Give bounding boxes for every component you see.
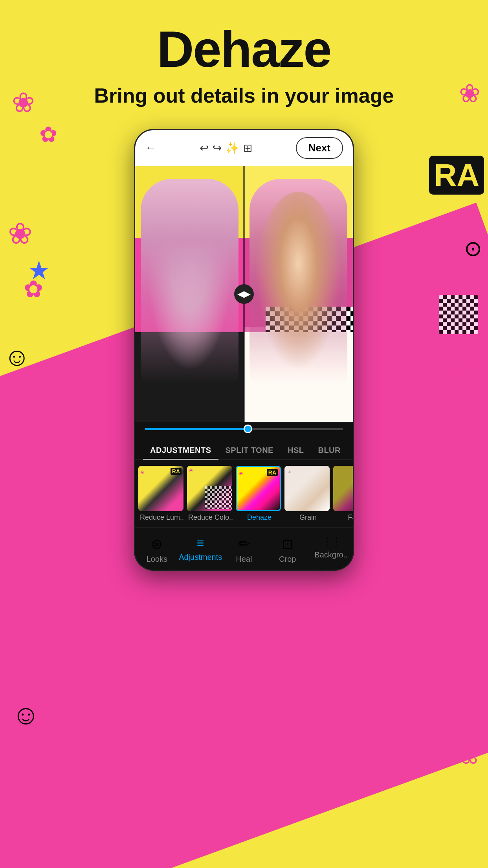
toolbar-left: ← xyxy=(145,142,156,154)
filter-dehaze[interactable]: RA ❀ Dehaze xyxy=(236,466,283,522)
undo-icon[interactable]: ↩ xyxy=(200,142,209,154)
back-icon[interactable]: ← xyxy=(145,142,156,154)
tab-vig[interactable]: VIG xyxy=(348,442,354,460)
tab-blur[interactable]: BLUR xyxy=(311,442,348,460)
nav-looks-label: Looks xyxy=(147,555,167,564)
nav-adjustments-label: Adjustments xyxy=(179,553,222,562)
nav-background[interactable]: ⋮⋮ Backgro.. xyxy=(309,532,353,570)
hair-left xyxy=(141,179,238,383)
nav-looks[interactable]: ⊛ Looks xyxy=(135,532,179,570)
filter-thumb-img-3: RA ❀ xyxy=(236,466,281,511)
crop-icon: ⊡ xyxy=(282,536,294,552)
filter-thumb-img-4: ❀ xyxy=(284,466,330,511)
editor-toolbar: ← ↩ ↪ ✨ ⊞ Next xyxy=(135,130,353,166)
next-button[interactable]: Next xyxy=(296,137,343,159)
filter-face[interactable]: RA Fac... xyxy=(333,466,353,522)
filter-label-3: Dehaze xyxy=(236,513,283,522)
background-icon: ⋮⋮ xyxy=(322,536,340,548)
filter-reduce-colo[interactable]: ❀ Reduce Colo.. xyxy=(187,466,234,522)
slider-thumb[interactable] xyxy=(244,425,252,433)
split-handle[interactable]: ◀▶ xyxy=(234,284,254,304)
filter-label-1: Reduce Lum.. xyxy=(138,513,185,522)
adjustments-icon: ≡ xyxy=(197,536,204,550)
slider-fill xyxy=(145,428,248,430)
nav-heal-label: Heal xyxy=(236,555,252,564)
nav-adjustments[interactable]: ≡ Adjustments xyxy=(179,532,222,570)
flower-deco-8: ❀ xyxy=(459,740,480,770)
right-image-art: ❀ xyxy=(244,166,353,422)
filter-thumbnails-row: RA ❀ Reduce Lum.. ❀ Reduce Colo.. xyxy=(135,460,353,528)
filter-thumb-img-5: RA xyxy=(333,466,353,511)
header-section: Dehaze Bring out details in your image xyxy=(0,0,488,109)
toolbar-center: ↩ ↪ ✨ ⊞ xyxy=(200,142,252,154)
phone-mockup: ← ↩ ↪ ✨ ⊞ Next xyxy=(134,129,354,571)
looks-icon: ⊛ xyxy=(151,536,163,552)
image-right-content: ❀ xyxy=(244,166,353,422)
face-silhouette-right xyxy=(255,192,342,371)
nav-crop-label: Crop xyxy=(279,555,296,564)
filter-label-2: Reduce Colo.. xyxy=(187,513,234,522)
image-left-content: ❀ xyxy=(135,166,244,422)
page-title: Dehaze xyxy=(0,24,488,75)
image-left-half: ❀ xyxy=(135,166,244,422)
nav-background-label: Backgro.. xyxy=(314,550,347,559)
filter-tabs: ADJUSTMENTS SPLIT TONE HSL BLUR VIG xyxy=(135,436,353,460)
tab-split-tone[interactable]: SPLIT TONE xyxy=(218,442,281,460)
filter-reduce-lum[interactable]: RA ❀ Reduce Lum.. xyxy=(138,466,185,522)
heal-icon: ✏ xyxy=(238,536,250,552)
image-right-half: ❀ xyxy=(244,166,353,422)
magic-icon[interactable]: ✨ xyxy=(226,142,239,154)
tab-adjustments[interactable]: ADJUSTMENTS xyxy=(143,442,218,460)
redo-icon[interactable]: ↪ xyxy=(213,142,222,154)
tab-hsl[interactable]: HSL xyxy=(281,442,311,460)
filter-thumb-img-1: RA ❀ xyxy=(138,466,183,511)
left-image-art: ❀ xyxy=(135,166,244,422)
filter-thumb-img-2: ❀ xyxy=(187,466,232,511)
bottom-navigation: ⊛ Looks ≡ Adjustments ✏ Heal ⊡ Crop ⋮⋮ B… xyxy=(135,528,353,570)
nav-heal[interactable]: ✏ Heal xyxy=(222,532,266,570)
compare-icon[interactable]: ⊞ xyxy=(243,142,252,154)
page-subtitle: Bring out details in your image xyxy=(0,83,488,109)
filter-grain[interactable]: ❀ Grain xyxy=(284,466,332,522)
filter-label-5: Fac... xyxy=(333,513,353,522)
image-edit-area[interactable]: ❀ xyxy=(135,166,353,422)
slider-area xyxy=(135,422,353,436)
slider-track[interactable] xyxy=(145,428,343,430)
nav-crop[interactable]: ⊡ Crop xyxy=(266,532,309,570)
ghost-deco: ☺ xyxy=(12,699,40,730)
filter-label-4: Grain xyxy=(284,513,332,522)
split-handle-icon: ◀▶ xyxy=(237,289,251,299)
